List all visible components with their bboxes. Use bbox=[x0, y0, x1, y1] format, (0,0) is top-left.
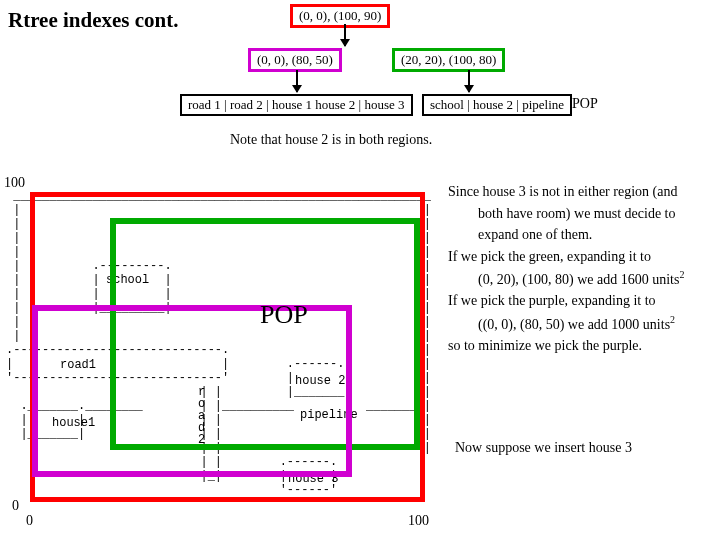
page-title: Rtree indexes cont. bbox=[8, 8, 179, 33]
pop-label-tree: POP bbox=[572, 96, 598, 112]
explain-line-2a: If we pick the green, expanding it to bbox=[448, 248, 714, 266]
explain-line-1c: expand one of them. bbox=[448, 226, 714, 244]
left-leaf-node: road 1 | road 2 | house 1 house 2 | hous… bbox=[180, 94, 413, 116]
explain-line-1a: Since house 3 is not in either region (a… bbox=[448, 183, 714, 201]
arrow-left-down bbox=[296, 70, 298, 92]
right-child-node: (20, 20), (100, 80) bbox=[392, 48, 505, 72]
explain-line-3a: If we pick the purple, expanding it to bbox=[448, 292, 714, 310]
left-child-node: (0, 0), (80, 50) bbox=[248, 48, 342, 72]
x-axis-max: 100 bbox=[408, 513, 429, 529]
explain-now: Now suppose we insert house 3 bbox=[455, 440, 632, 456]
explain-line-2b: (0, 20), (100, 80) we add 1600 units2 bbox=[448, 269, 714, 288]
explain-line-1b: both have room) we must decide to bbox=[448, 205, 714, 223]
right-leaf-node: school | house 2 | pipeline bbox=[422, 94, 572, 116]
rtree-diagram: (0, 0), (100, 90) (0, 0), (80, 50) (20, … bbox=[220, 4, 690, 129]
arrow-right-down bbox=[468, 70, 470, 92]
explain-line-3b: ((0, 0), (80, 50) we add 1000 units2 bbox=[448, 314, 714, 333]
origin-x: 0 bbox=[26, 513, 33, 529]
arrow-root-down bbox=[344, 24, 346, 46]
map-purple-rect bbox=[32, 305, 352, 477]
explain-line-4: so to minimize we pick the purple. bbox=[448, 337, 714, 355]
root-node: (0, 0), (100, 90) bbox=[290, 4, 390, 28]
pop-label-map: POP bbox=[260, 300, 308, 330]
note-both-regions: Note that house 2 is in both regions. bbox=[230, 132, 432, 148]
explanation: Since house 3 is not in either region (a… bbox=[448, 183, 714, 358]
